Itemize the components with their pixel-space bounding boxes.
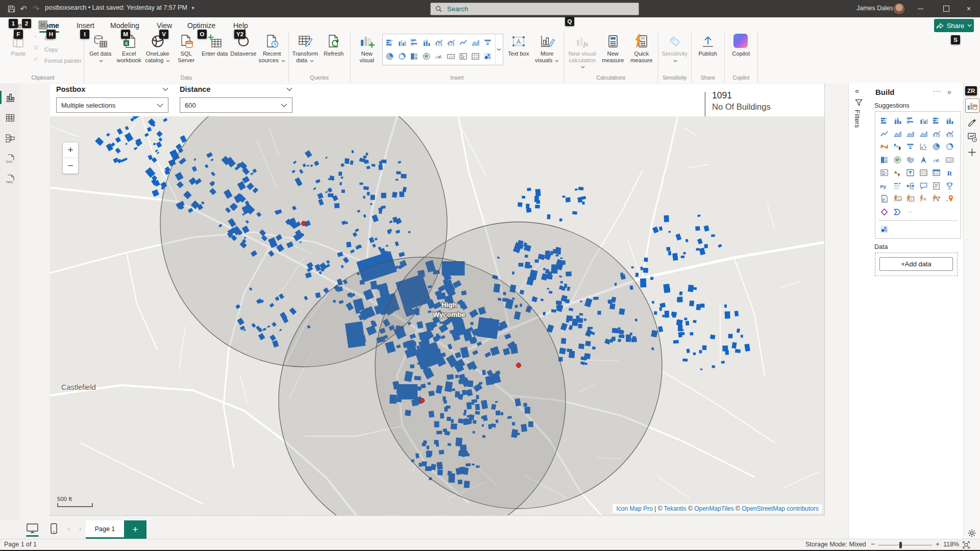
suggestion-visual-gauge[interactable] [930,154,943,167]
add-data-button[interactable]: +Add data [879,257,953,271]
ribbon-button-copy[interactable]: Copy [34,44,82,55]
gallery-visual-gauge[interactable] [433,49,445,63]
suggestion-visual-paginated-report[interactable] [878,192,891,206]
slicer-dropdown[interactable]: Multiple selections [56,97,168,113]
sidebar-item-model-view[interactable] [0,128,20,148]
zoom-level[interactable]: 118% [943,541,959,548]
chevron-down-icon[interactable] [162,87,168,91]
gallery-expand-icon[interactable] [495,34,503,65]
suggestion-visual-pie-chart[interactable] [930,140,943,154]
suggestion-visual-metrics[interactable] [943,180,957,193]
save-icon[interactable] [6,4,16,14]
suggestion-visual-clustered-bar-chart[interactable] [904,114,917,128]
suggestion-visual-stacked-column-chart[interactable] [891,114,904,128]
suggestion-visual-100-stacked-bar-chart[interactable] [930,114,943,128]
attribution-link[interactable]: Icon Map Pro [616,505,652,512]
sidebar-item-tmdl-view[interactable]: TMDL [0,169,20,189]
ribbon-button-new-measure[interactable]: New measure [599,33,627,64]
search-bar[interactable] [430,3,639,15]
zoom-slider-thumb[interactable] [899,542,902,548]
suggestion-visual-azure-map[interactable] [917,154,930,167]
ribbon-button-get-data[interactable]: Get data [86,33,115,64]
suggestion-visual-card[interactable]: 123 [943,154,957,167]
suggestion-visual-line-and-stacked-column-chart[interactable] [930,128,943,141]
suggestion-visual-100-stacked-area-chart[interactable] [917,128,930,141]
close-button[interactable]: × [958,0,980,17]
suggestion-visual-arcgis-map[interactable] [943,192,957,206]
suggestion-visual-smart-narrative[interactable] [930,180,943,193]
undo-icon[interactable]: ↶ [18,4,29,14]
gallery-visual-funnel[interactable] [482,36,494,49]
ribbon-button-format-painter[interactable]: Format painter [34,55,82,66]
fit-to-page-icon[interactable] [963,541,970,548]
suggestion-visual-treemap[interactable] [878,154,891,167]
document-title[interactable]: postboxsearch • Last saved: Yesterday at… [45,4,195,11]
suggestion-visual-q-and-a[interactable] [917,180,930,193]
ribbon-button-copilot[interactable]: Copilot [727,33,755,58]
pane-tab-analytics[interactable] [964,129,980,144]
suggestion-visual-matrix[interactable] [930,166,943,180]
attribution-link[interactable]: OpenMapTiles [694,505,734,512]
suggestion-visual-funnel-chart[interactable] [904,140,917,154]
suggestion-visual-line-chart[interactable] [878,128,891,141]
pane-tab-format-visual[interactable] [964,114,980,129]
user-name[interactable]: James Dales [856,5,893,12]
suggestion-visual-map[interactable] [891,154,904,167]
map-zoom-in-button[interactable]: + [63,142,78,158]
expand-filters-icon[interactable]: « [855,86,859,95]
suggestion-visual-more-visuals[interactable]: ··· [904,206,917,219]
postbox-marker[interactable] [517,363,521,368]
pane-tab-build-visual[interactable] [965,98,979,113]
search-input[interactable] [446,5,622,13]
suggestion-visual-100-stacked-column-chart[interactable] [943,114,957,128]
suggestion-visual-decomposition-tree[interactable] [904,180,917,193]
gallery-visual-treemap[interactable] [408,49,421,63]
custom-visual-icon-map-pro[interactable] [878,223,891,236]
gallery-visual-hbar[interactable] [384,36,396,49]
attribution-link[interactable]: OpenStreetMap contributors [742,505,819,512]
suggestion-visual-python-visual[interactable]: Py [878,180,891,193]
suggestion-visual-r-script-visual[interactable]: R [943,166,957,180]
gallery-visual-area[interactable] [470,36,482,49]
zoom-slider-track[interactable] [878,545,932,545]
slicer-dropdown[interactable]: 600 [180,97,292,113]
map-zoom-out-button[interactable]: − [63,158,78,173]
redo-icon[interactable]: ↷ [31,4,41,14]
suggestion-visual-line-and-clustered-column-chart[interactable] [943,128,957,141]
gallery-visual-donut[interactable] [396,49,408,63]
more-options-icon[interactable]: ··· [933,87,942,95]
gallery-visual-globe[interactable] [421,49,433,63]
suggestion-visual-multi-row-card[interactable] [878,166,891,180]
suggestion-visual-ribbon-chart[interactable] [878,140,891,154]
ribbon-button-publish[interactable]: Publish [694,33,722,58]
ribbon-button-quick-measure[interactable]: Quick measure [627,33,656,64]
gallery-visual-vbarS[interactable] [421,36,433,49]
map-visual[interactable]: HighWycombeCastlefield + − 500 ft Icon M… [50,116,824,515]
ribbon-button-new-visual[interactable]: New visual [353,33,381,64]
gallery-visual-combo[interactable] [445,36,457,49]
suggestion-visual-key-influencers[interactable] [891,180,904,193]
postbox-marker[interactable] [302,221,306,226]
suggestion-visual-quick-create-visual[interactable] [904,192,917,206]
gallery-visual-line[interactable] [457,36,470,49]
suggestion-visual-power-automate[interactable] [891,206,904,219]
ribbon-button-new-visual-calculation[interactable]: fx New visual calculation [566,33,599,71]
suggestion-visual-stacked-area-chart[interactable] [904,128,917,141]
collapse-pane-icon[interactable]: » [947,88,951,96]
ribbon-button-text-box[interactable]: A Text box [504,33,533,58]
settings-gear-icon[interactable] [967,528,977,538]
gallery-visual-card123[interactable]: 123 [445,49,457,63]
desktop-layout-icon[interactable] [26,523,39,534]
suggestion-visual-table[interactable] [917,166,930,180]
ribbon-button-cut[interactable]: ✂Cut [34,33,82,44]
filters-pane-title[interactable]: Filters [853,110,861,128]
ribbon-button-refresh[interactable]: Refresh [320,33,348,58]
gallery-visual-mcard[interactable] [457,49,470,63]
sidebar-item-dax-query-view[interactable]: DAX [0,148,20,169]
mobile-layout-icon[interactable] [50,523,58,534]
gallery-visual-molecule[interactable] [482,49,494,63]
suggestion-visual-kpi[interactable]: ▲▼ [891,166,904,180]
ribbon-button-sql-server[interactable]: SQL Server [172,33,201,64]
suggestion-visual-slicer[interactable] [904,166,917,180]
title-dropdown-caret[interactable]: ▼ [191,6,195,11]
